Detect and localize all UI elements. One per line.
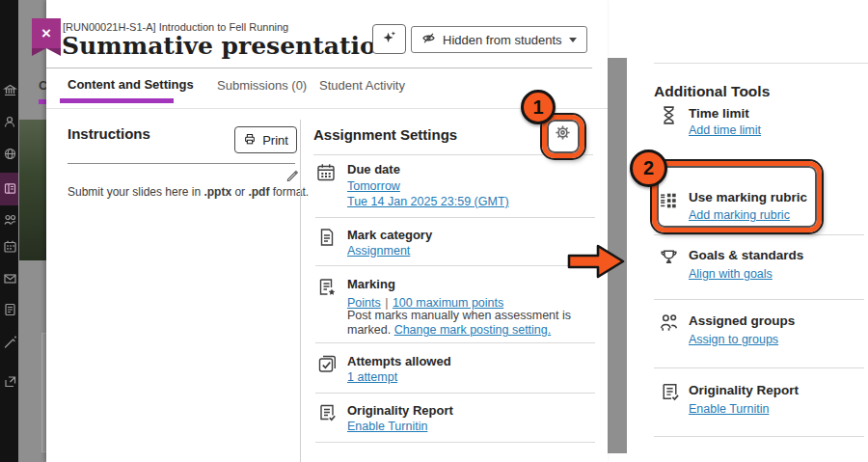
sign-out-icon[interactable] [3,374,17,389]
tools-divider [654,234,864,235]
page-title: Summative presentation [62,32,393,60]
mark-category-link[interactable]: Assignment [347,244,410,258]
tools-top-divider [654,63,868,64]
assignment-peek-panel: × [RUN00021H-S1-A] Introduction to Fell … [46,0,608,462]
close-ribbon-tail [32,48,61,56]
mark-category-document-icon [316,227,338,252]
tab-student-activity[interactable]: Student Activity [319,78,405,93]
messages-icon[interactable] [3,271,17,285]
chevron-down-icon [569,38,577,42]
attempts-checkbox-icon [316,353,338,378]
goals-trophy-icon [658,246,680,272]
annotation-box-rubric [652,161,822,232]
marking-separator: | [385,296,388,310]
originality-document-check-icon [316,402,338,427]
tab-content-and-settings[interactable]: Content and Settings [68,77,194,92]
additional-tools-heading: Additional Tools [654,83,770,100]
row-divider [315,442,595,443]
mark-category-title: Mark category [347,228,432,242]
align-with-goals-link[interactable]: Align with goals [689,267,773,281]
change-mark-posting-link[interactable]: Change mark posting setting. [394,323,552,337]
courses-icon[interactable] [3,181,17,196]
header-divider [46,68,592,68]
tab-submissions[interactable]: Submissions (0) [217,78,307,93]
organisations-icon[interactable] [3,212,17,227]
visibility-dropdown[interactable]: Hidden from students [411,26,587,53]
assign-to-groups-link[interactable]: Assign to groups [689,333,778,346]
due-date-full-link[interactable]: Tue 14 Jan 2025 23:59 (GMT) [347,195,509,208]
close-icon: × [41,24,51,43]
tools-divider [654,367,864,368]
instructions-text: Submit your slides here in [68,185,203,199]
assigned-groups-icon [658,312,680,338]
add-time-limit-link[interactable]: Add time limit [689,123,761,137]
sparkle-icon [381,29,397,49]
annotation-arrow-icon [566,242,626,285]
annotation-box-gear [542,115,584,158]
annotation-step-2: 2 [630,149,667,187]
institution-icon[interactable] [3,83,17,97]
enable-turnitin-link[interactable]: Enable Turnitin [689,402,769,416]
attempts-link[interactable]: 1 attempt [347,370,397,384]
assignment-settings-heading: Assignment Settings [313,126,457,143]
attempts-title: Attempts allowed [347,354,451,368]
additional-tools-panel: Additional Tools Time limit Add time lim… [627,58,868,453]
marking-points-link[interactable]: Points [347,296,381,310]
calendar-icon[interactable] [3,239,17,254]
active-tab-underline [60,98,174,103]
due-date-title: Due date [347,162,400,177]
printer-icon [243,132,257,149]
screen: C × [RUN00021H-S1-A] Introduction to Fel… [0,0,868,462]
print-button[interactable]: Print [234,126,297,153]
due-date-relative-link[interactable]: Tomorrow [347,179,400,193]
pdf-format: .pdf [248,185,269,199]
global-nav-sidebar [0,0,18,462]
tools-divider [654,299,864,300]
annotation-step-1: 1 [521,90,556,124]
due-date-calendar-icon [315,162,337,187]
row-divider [315,265,595,266]
visibility-label: Hidden from students [443,33,562,47]
globe-icon[interactable] [3,147,17,161]
marking-max-points-link[interactable]: 100 maximum points [393,296,503,310]
time-limit-title: Time limit [689,106,749,121]
row-divider [315,342,595,343]
instructions-body: Submit your slides here in .pptx or .pdf… [68,185,309,199]
pptx-format: .pptx [203,185,231,199]
instructions-divider [68,163,295,164]
instructions-or: or [231,185,248,199]
profile-icon[interactable] [3,115,17,129]
activity-icon[interactable] [3,335,17,349]
goals-standards-title: Goals & standards [689,248,803,262]
row-divider [315,217,595,218]
originality-title: Originality Report [347,403,453,418]
column-divider [300,120,301,462]
ai-design-assistant-button[interactable] [372,24,406,54]
background-tab-underline-fragment [39,99,46,104]
originality-report-icon [659,381,681,407]
close-panel-button[interactable]: × [32,18,61,48]
row-divider [315,393,595,394]
course-banner-image [19,120,46,260]
tools-originality-title: Originality Report [689,383,799,397]
print-label: Print [262,133,288,148]
instructions-heading: Instructions [68,125,150,142]
originality-link[interactable]: Enable Turnitin [347,420,427,433]
assigned-groups-title: Assigned groups [689,313,795,328]
edit-pencil-icon[interactable] [285,168,299,185]
hidden-eye-icon [421,31,436,48]
tools-bottom-divider [654,436,864,437]
time-limit-hourglass-icon [658,104,680,130]
marks-icon[interactable] [3,302,17,316]
marking-title: Marking [347,277,395,291]
marking-document-star-icon [316,277,338,302]
marking-note: Post marks manually when assessment is m… [347,309,600,338]
instructions-suffix: format. [269,185,309,199]
